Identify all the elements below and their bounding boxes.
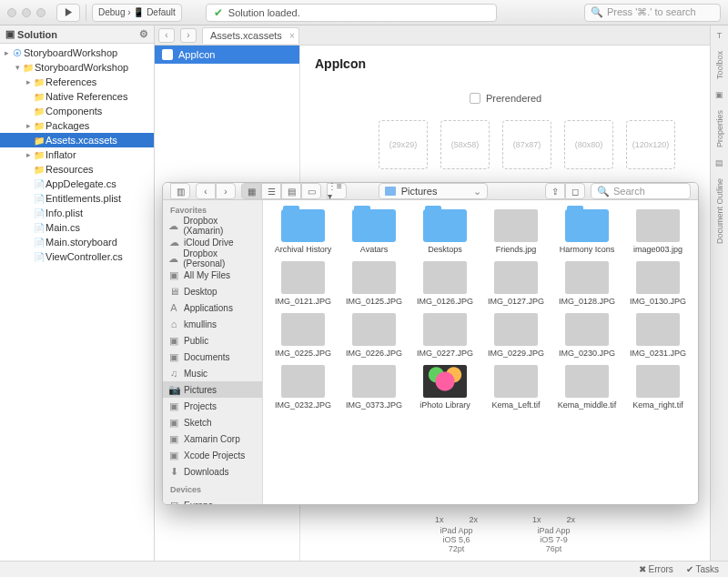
close-icon[interactable]: × [289, 31, 295, 41]
sidebar-item[interactable]: ▣All My Files [163, 267, 262, 283]
tree-item[interactable]: 📄Main.cs [0, 220, 154, 235]
file-item[interactable]: IMG_0130.JPG [627, 261, 689, 306]
sidebar-item[interactable]: ▣Projects [163, 398, 262, 414]
finder-search[interactable]: 🔍Search [591, 183, 691, 199]
file-item[interactable]: IMG_0121.JPG [272, 261, 334, 306]
tree-item[interactable]: 📁Native References [0, 89, 154, 104]
sidebar-item[interactable]: ▣Xamarin Corp [163, 430, 262, 447]
nav-seg[interactable]: ‹› [196, 183, 236, 199]
tree-item[interactable]: ▸📁Packages [0, 118, 154, 133]
file-item[interactable]: IMG_0128.JPG [556, 261, 618, 306]
file-label: IMG_0130.JPG [625, 297, 691, 306]
file-item[interactable]: IMG_0125.JPG [343, 261, 405, 306]
tree-item[interactable]: 📄Main.storyboard [0, 235, 154, 249]
file-item[interactable]: IMG_0229.JPG [485, 313, 547, 358]
sidebar-item[interactable]: AApplications [163, 299, 262, 316]
file-item[interactable]: Friends.jpg [485, 209, 547, 254]
file-item[interactable]: IMG_0225.JPG [272, 313, 334, 358]
tree-item[interactable]: 📄AppDelegate.cs [0, 177, 154, 191]
file-label: Friends.jpg [483, 245, 549, 254]
file-item[interactable]: IMG_0230.JPG [556, 313, 618, 358]
tree-item[interactable]: 📁Assets.xcassets [0, 133, 154, 147]
file-label: image003.jpg [625, 245, 691, 254]
file-label: IMG_0373.JPG [341, 400, 407, 410]
solution-pad-title: ▣ Solution ⚙ [0, 25, 154, 44]
file-grid[interactable]: Archival HistoryAvatarsDesktopsFriends.j… [263, 200, 698, 505]
sidebar-item[interactable]: ▣Documents [163, 349, 262, 365]
tree-item[interactable]: ▸📁Inflator [0, 147, 154, 162]
file-label: IMG_0227.JPG [412, 349, 478, 358]
sidebar-item[interactable]: ⬇Downloads [163, 463, 262, 480]
sidebar-item[interactable]: 📷Pictures [163, 381, 262, 398]
sidebar-item[interactable]: ▣Public [163, 332, 262, 349]
file-item[interactable]: IMG_0127.JPG [485, 261, 547, 306]
file-item[interactable]: Kema_Left.tif [485, 365, 547, 410]
file-item[interactable]: IMG_0232.JPG [272, 365, 334, 410]
file-thumb [494, 365, 538, 398]
tree-item[interactable]: 📄Entitlements.plist [0, 191, 154, 206]
sidebar-toggle-seg[interactable]: ▥ [170, 183, 190, 199]
prerendered-check[interactable]: Prerendered [470, 93, 695, 104]
sidebar-item[interactable]: ⌂kmullins [163, 316, 262, 332]
tree-item[interactable]: 📁Resources [0, 162, 154, 177]
file-item[interactable]: Kema_middle.tif [556, 365, 618, 410]
sidebar-item[interactable]: ▣Sketch [163, 414, 262, 430]
tree-item[interactable]: ▾📁StoryboardWorkshop [0, 60, 154, 75]
arrange-seg[interactable]: ⋮≡ ▾ [327, 183, 347, 199]
tree-item[interactable]: 📄ViewController.cs [0, 249, 154, 264]
document-tabbar: ‹ › Assets.xcassets× [155, 25, 710, 46]
sidebar-item[interactable]: 🖥Desktop [163, 283, 262, 299]
view-seg[interactable]: ▦☰▤▭ [241, 183, 321, 199]
sidebar-device[interactable]: ⊡Europa [163, 497, 262, 505]
right-rail: TToolbox ▣Properties ▤Document Outline [710, 25, 728, 561]
solution-tree[interactable]: ▸⦿StoryboardWorkshop▾📁StoryboardWorkshop… [0, 44, 154, 561]
tree-item[interactable]: ▸📁References [0, 75, 154, 89]
nav-forward-button[interactable]: › [180, 28, 197, 43]
document-tab[interactable]: Assets.xcassets× [202, 27, 299, 44]
outline-tab[interactable]: ▤ [715, 158, 723, 167]
icon-slot[interactable]: (80x80) [564, 120, 613, 169]
finder-sidebar[interactable]: Favorites ☁Dropbox (Xamarin)☁iCloud Driv… [163, 200, 263, 505]
file-item[interactable]: Kema_right.tif [627, 365, 689, 410]
properties-tab[interactable]: ▣ [715, 90, 723, 99]
location-dropdown[interactable]: Pictures⌄ [379, 183, 488, 199]
icon-slot[interactable]: (120x120) [626, 120, 675, 169]
config-selector[interactable]: Debug › 📱 Default [92, 4, 182, 22]
tree-item[interactable]: 📁Components [0, 104, 154, 118]
gear-icon[interactable]: ⚙ [139, 28, 148, 40]
file-item[interactable]: image003.jpg [627, 209, 689, 254]
file-item[interactable]: Archival History [272, 209, 334, 254]
file-item[interactable]: IMG_0126.JPG [414, 261, 476, 306]
icon-slot[interactable]: (87x87) [502, 120, 551, 169]
file-thumb [636, 365, 680, 398]
file-item[interactable]: IMG_0231.JPG [627, 313, 689, 358]
toolbox-tab[interactable]: T [717, 31, 723, 40]
sidebar-item[interactable]: ☁Dropbox (Personal) [163, 250, 262, 267]
asset-appicon-row[interactable]: AppIcon [155, 46, 299, 64]
global-search[interactable]: 🔍Press '⌘.' to search [584, 4, 721, 22]
tree-item[interactable]: ▸⦿StoryboardWorkshop [0, 46, 154, 60]
window-controls[interactable] [7, 8, 46, 17]
icon-slot[interactable]: (29x29) [379, 120, 428, 169]
share-seg[interactable]: ⇪◻ [545, 183, 585, 199]
sidebar-item[interactable]: ☁Dropbox (Xamarin) [163, 218, 262, 234]
file-item[interactable]: Desktops [414, 209, 476, 254]
tasks-button[interactable]: ✔ Tasks [686, 564, 719, 574]
file-item[interactable]: Avatars [343, 209, 405, 254]
icon-slot[interactable]: (58x58) [440, 120, 490, 169]
tree-item[interactable]: 📄Info.plist [0, 206, 154, 220]
file-item[interactable]: IMG_0226.JPG [343, 313, 405, 358]
sidebar-item[interactable]: ♫Music [163, 365, 262, 381]
file-item[interactable]: IMG_0227.JPG [414, 313, 476, 358]
sidebar-item[interactable]: ▣Xcode Projects [163, 447, 262, 463]
run-button[interactable] [56, 4, 80, 22]
file-item[interactable]: IMG_0373.JPG [343, 365, 405, 410]
file-label: IMG_0226.JPG [341, 349, 407, 358]
folder-icon [281, 209, 325, 242]
errors-button[interactable]: ✖ Errors [639, 564, 673, 574]
svg-marker-0 [65, 8, 71, 16]
file-item[interactable]: Harmony Icons [556, 209, 618, 254]
file-item[interactable]: iPhoto Library [414, 365, 476, 410]
nav-back-button[interactable]: ‹ [158, 28, 175, 43]
file-thumb [565, 261, 609, 294]
